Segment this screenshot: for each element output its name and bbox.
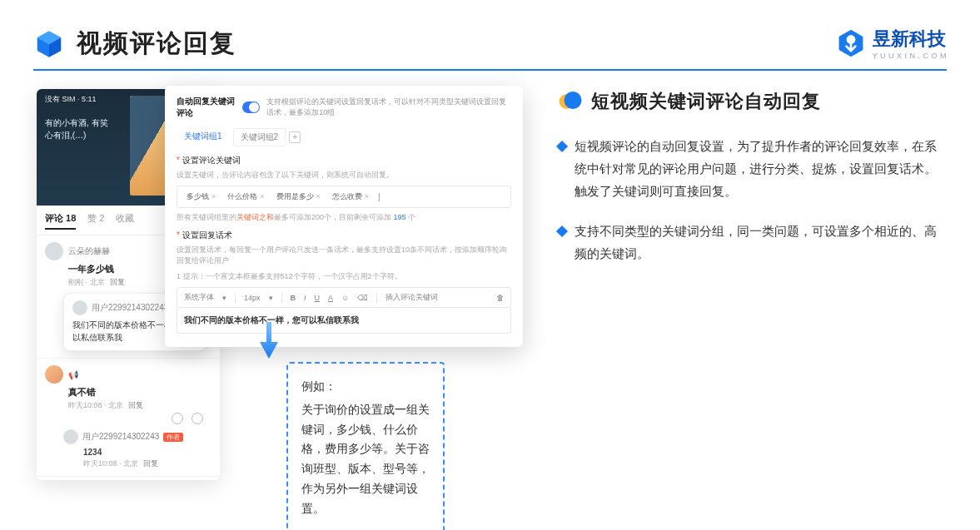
bullet-text: 支持不同类型的关键词分组，同一类问题，可设置多个相近的、高频的关键词。 <box>575 220 945 265</box>
explanation-panel: 短视频关键词评论自动回复 短视频评论的自动回复设置，为了提升作者的评论回复效率，… <box>518 86 953 485</box>
diamond-bullet-icon <box>556 225 568 237</box>
logo-hex-icon <box>836 28 866 58</box>
underline-button[interactable]: U <box>315 294 321 302</box>
brand-logo: 昱新科技 Y U U X I N . C O M <box>836 27 947 60</box>
bold-button[interactable]: B <box>291 294 296 302</box>
speaker-icon: 📢 <box>68 370 78 379</box>
insert-keyword-button[interactable]: 插入评论关键词 <box>386 292 438 303</box>
keyword-tag-input[interactable]: 多少钱× 什么价格× 费用是多少× 怎么收费× | <box>177 186 511 208</box>
tab-likes[interactable]: 赞 2 <box>87 212 104 230</box>
section-tip: 1 提示：一个富文本框最多支持512个字符，一个汉字占用2个字符。 <box>177 271 511 282</box>
example-callout: 例如： 关于询价的设置成一组关键词，多少钱、什么价格，费用多少等。关于咨询班型、… <box>286 362 445 530</box>
heart-icon[interactable] <box>172 413 183 424</box>
editor-toolbar: 系统字体▾ 14px▾ B I U A ☺ ⌫ 插入评论关键词 🗑 <box>177 287 511 308</box>
illustration-area: 没有 SIM · 5:11 有的小有酒, 有笑心有泪,(…) 评论 18 赞 2… <box>27 86 518 485</box>
box-icon <box>33 28 65 60</box>
keyword-hint: 所有关键词组里的关键词之和最多可添加200个，目前剩余可添加 195 个 <box>177 212 511 223</box>
bullet-item: 支持不同类型的关键词分组，同一类问题，可设置多个相近的、高频的关键词。 <box>558 220 945 265</box>
section-title-reply: 设置回复话术 <box>177 230 511 241</box>
tab-comments[interactable]: 评论 18 <box>45 212 76 230</box>
reply-link[interactable]: 回复 <box>143 458 158 469</box>
avatar <box>63 429 78 444</box>
avatar <box>45 365 63 384</box>
italic-button[interactable]: I <box>304 294 306 302</box>
settings-panel: 自动回复关键词评论 支持根据评论的关键词设置回复话术，可以针对不同类型关键词设置… <box>165 86 523 347</box>
reply-text: 1234 <box>83 448 211 457</box>
text-cursor: | <box>378 192 381 201</box>
chat-bubble-icon <box>558 89 583 114</box>
brand-name: 昱新科技 <box>873 27 947 52</box>
color-button[interactable]: A <box>328 294 333 302</box>
comment-meta: 昨天10:08 · 北京 <box>83 458 138 469</box>
author-badge: 作者 <box>163 433 183 442</box>
brand-sub: Y U U X I N . C O M <box>873 52 947 60</box>
keyword-group-tab-1[interactable]: 关键词组1 <box>177 127 230 146</box>
clear-button[interactable]: ⌫ <box>357 294 368 302</box>
bullet-item: 短视频评论的自动回复设置，为了提升作者的评论回复效率，在系统中针对常见的评论用户… <box>558 136 945 202</box>
header-divider <box>33 69 947 71</box>
toggle-label: 自动回复关键词评论 <box>177 96 236 119</box>
avatar <box>45 242 63 260</box>
comment-item: 📢 真不错 昨天10:08 · 北京回复 用户2299214302243作者 1… <box>37 359 220 477</box>
keyword-tag[interactable]: 什么价格× <box>223 191 268 203</box>
keyword-tag[interactable]: 多少钱× <box>182 191 220 203</box>
svg-point-6 <box>565 92 582 109</box>
comment-item: 📢 谢谢 <box>37 477 220 480</box>
page-header: 视频评论回复 昱新科技 Y U U X I N . C O M <box>0 0 980 69</box>
example-body: 关于询价的设置成一组关键词，多少钱、什么价格，费用多少等。关于咨询班型、版本、型… <box>301 400 430 519</box>
comment-meta: 昨天10:08 · 北京 <box>68 400 123 411</box>
font-select[interactable]: 系统字体 <box>184 292 214 303</box>
section-title-keywords: 设置评论关键词 <box>177 155 511 166</box>
reply-link[interactable]: 回复 <box>110 277 125 288</box>
reply-user: 用户2299214302243 <box>92 302 168 314</box>
dislike-icon[interactable] <box>192 413 203 424</box>
reply-editor[interactable]: 我们不同的版本价格不一样，您可以私信联系我 <box>177 308 511 334</box>
keyword-tag[interactable]: 费用是多少× <box>272 191 325 203</box>
avatar <box>72 300 87 315</box>
keyword-group-tab-2[interactable]: 关键词组2 <box>233 128 286 146</box>
title-wrap: 视频评论回复 <box>33 27 236 61</box>
phone-caption: 有的小有酒, 有笑心有泪,(…) <box>45 116 112 141</box>
example-label: 例如： <box>301 377 430 397</box>
section-subtitle: 短视频关键词评论自动回复 <box>591 89 821 114</box>
delete-icon[interactable]: 🗑 <box>496 294 504 302</box>
arrow-down-icon <box>258 322 280 359</box>
bullet-text: 短视频评论的自动回复设置，为了提升作者的评论回复效率，在系统中针对常见的评论用户… <box>575 136 945 202</box>
auto-reply-toggle[interactable] <box>242 102 260 113</box>
page-title: 视频评论回复 <box>77 27 236 61</box>
diamond-bullet-icon <box>556 141 568 152</box>
add-group-button[interactable]: + <box>289 131 301 143</box>
reply-user: 用户2299214302243 <box>82 431 159 443</box>
comment-meta: 刚刚 · 北京 <box>68 277 105 288</box>
comment-user: 云朵的赫赫 <box>68 245 110 257</box>
keyword-tag[interactable]: 怎么收费× <box>328 191 373 203</box>
section-desc-reply: 设置回复话术，每回复一个用户评论只发送一条话术，最多支持设置10条不同话术，按添… <box>177 245 511 266</box>
section-desc-keywords: 设置关键词，当评论内容包含了以下关键词，则系统可自动回复。 <box>177 170 511 181</box>
tab-fav[interactable]: 收藏 <box>116 212 134 230</box>
emoji-button[interactable]: ☺ <box>341 294 349 302</box>
size-select[interactable]: 14px <box>244 294 261 302</box>
toggle-desc: 支持根据评论的关键词设置回复话术，可以针对不同类型关键词设置回复话术，最多添加1… <box>266 97 511 118</box>
reply-link[interactable]: 回复 <box>128 400 143 411</box>
comment-text: 真不错 <box>68 386 211 399</box>
